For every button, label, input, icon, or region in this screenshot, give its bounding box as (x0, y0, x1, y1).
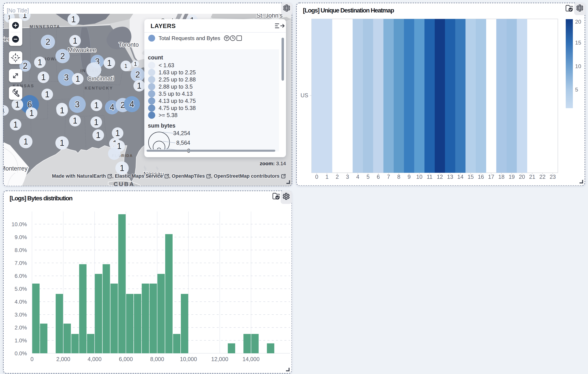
svg-text:< 1.63: < 1.63 (158, 62, 174, 68)
svg-text:LAYERS: LAYERS (151, 22, 176, 29)
svg-text:1: 1 (23, 137, 28, 146)
svg-text:4.75 up to 5.38: 4.75 up to 5.38 (158, 105, 196, 111)
svg-text:4: 4 (129, 100, 134, 109)
svg-text:2: 2 (45, 37, 50, 47)
svg-text:5: 5 (366, 173, 369, 180)
svg-text:KENTUCKY: KENTUCKY (84, 86, 113, 90)
svg-text:1: 1 (13, 120, 18, 129)
svg-text:3: 3 (75, 100, 79, 109)
svg-text:1: 1 (37, 58, 42, 67)
svg-text:8,000: 8,000 (150, 356, 164, 362)
svg-text:2.25 up to 2.88: 2.25 up to 2.88 (158, 76, 196, 83)
svg-text:2: 2 (22, 61, 27, 71)
svg-text:16: 16 (478, 173, 484, 180)
svg-text:sum bytes: sum bytes (148, 123, 176, 129)
svg-text:1: 1 (124, 62, 127, 69)
svg-text:1.63 up to 2.25: 1.63 up to 2.25 (158, 69, 196, 75)
svg-text:1: 1 (72, 36, 77, 45)
svg-text:8,564: 8,564 (176, 140, 190, 146)
svg-text:4.0%: 4.0% (14, 299, 27, 304)
svg-text:8: 8 (397, 173, 400, 180)
svg-text:MINNESOTA: MINNESOTA (29, 24, 60, 29)
svg-text:Toronto: Toronto (118, 42, 138, 48)
svg-text:1: 1 (326, 173, 328, 180)
svg-text:3: 3 (64, 73, 68, 82)
svg-text:14,000: 14,000 (242, 356, 259, 362)
svg-text:3: 3 (346, 173, 349, 180)
svg-text:13: 13 (447, 173, 453, 180)
svg-text:>= 5.38: >= 5.38 (158, 112, 178, 118)
svg-text:19: 19 (508, 173, 515, 180)
svg-text:20: 20 (519, 173, 525, 180)
svg-text:1: 1 (95, 130, 100, 140)
svg-text:2: 2 (135, 70, 140, 79)
svg-text:1: 1 (3, 107, 5, 114)
svg-text:4: 4 (109, 103, 114, 112)
svg-text:15: 15 (575, 39, 581, 45)
svg-text:5.0%: 5.0% (14, 286, 27, 292)
svg-text:4,000: 4,000 (87, 356, 101, 362)
svg-text:St. John's: St. John's (256, 14, 283, 19)
svg-text:7: 7 (387, 173, 390, 180)
svg-text:0: 0 (315, 173, 318, 180)
svg-text:1: 1 (94, 101, 98, 110)
svg-text:1: 1 (115, 128, 120, 138)
svg-text:1: 1 (72, 116, 77, 125)
svg-text:4.13 up to 4.75: 4.13 up to 4.75 (158, 98, 196, 104)
svg-text:2.88 up to 3.5: 2.88 up to 3.5 (158, 83, 193, 90)
svg-text:17: 17 (488, 173, 494, 180)
svg-text:9: 9 (408, 173, 411, 180)
svg-text:Total Requests and Bytes: Total Requests and Bytes (158, 35, 220, 41)
svg-text:0: 0 (30, 356, 33, 362)
svg-text:1: 1 (119, 163, 124, 173)
svg-text:2: 2 (60, 52, 65, 61)
svg-text:0.0%: 0.0% (14, 350, 27, 356)
svg-text:14: 14 (457, 173, 463, 180)
svg-text:6: 6 (377, 173, 380, 180)
svg-text:11: 11 (427, 173, 432, 180)
svg-text:1: 1 (75, 74, 80, 83)
svg-text:6,000: 6,000 (119, 356, 133, 362)
svg-text:Milwaukee: Milwaukee (67, 47, 96, 53)
svg-text:20: 20 (575, 19, 581, 24)
svg-text:1: 1 (41, 73, 45, 82)
svg-text:1: 1 (71, 15, 75, 24)
svg-text:1: 1 (60, 138, 64, 148)
svg-text:1: 1 (60, 106, 64, 115)
svg-text:1: 1 (15, 100, 19, 109)
svg-text:10,000: 10,000 (180, 356, 197, 362)
svg-text:12,000: 12,000 (211, 356, 228, 362)
svg-text:7.0%: 7.0% (14, 260, 27, 266)
svg-text:10: 10 (575, 63, 581, 69)
svg-text:10.0%: 10.0% (11, 221, 27, 227)
svg-text:Monterrey: Monterrey (3, 165, 27, 172)
svg-text:6.0%: 6.0% (14, 273, 27, 279)
svg-text:1: 1 (134, 61, 137, 67)
svg-text:5: 5 (575, 86, 578, 92)
svg-text:8.0%: 8.0% (14, 247, 27, 253)
svg-text:34,254: 34,254 (173, 130, 190, 136)
svg-text:9.0%: 9.0% (14, 234, 27, 240)
svg-text:1: 1 (44, 90, 49, 99)
svg-text:18: 18 (498, 173, 504, 180)
svg-text:2,000: 2,000 (56, 356, 70, 362)
svg-text:23: 23 (550, 173, 556, 180)
svg-text:CUBA: CUBA (113, 181, 135, 186)
svg-text:2: 2 (336, 173, 339, 180)
svg-text:1: 1 (94, 117, 98, 127)
svg-text:22: 22 (539, 173, 546, 180)
svg-text:10: 10 (416, 173, 422, 180)
svg-text:US: US (300, 92, 308, 98)
svg-text:12: 12 (437, 173, 443, 180)
svg-text:1: 1 (136, 81, 141, 90)
svg-text:2.0%: 2.0% (14, 324, 27, 330)
svg-text:15: 15 (468, 173, 474, 180)
svg-text:1: 1 (29, 108, 34, 118)
svg-text:4: 4 (356, 173, 359, 180)
svg-text:1.0%: 1.0% (14, 337, 27, 343)
svg-text:3.5 up to 4.13: 3.5 up to 4.13 (158, 91, 193, 97)
svg-text:3.0%: 3.0% (14, 312, 27, 317)
svg-text:count: count (148, 54, 163, 61)
svg-text:1: 1 (107, 58, 111, 68)
svg-text:21: 21 (529, 173, 536, 180)
